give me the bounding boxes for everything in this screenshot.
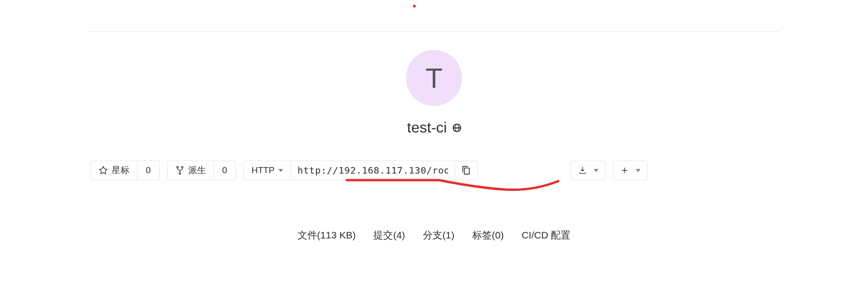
- protocol-label: HTTP: [251, 165, 275, 175]
- project-avatar: T: [406, 50, 462, 106]
- clone-group: HTTP: [243, 161, 478, 180]
- stat-files[interactable]: 文件(113 KB): [298, 229, 356, 242]
- project-header: T test-ci: [0, 50, 868, 136]
- copy-url-button[interactable]: [455, 161, 478, 180]
- add-group: [613, 161, 647, 180]
- fork-button[interactable]: 派生: [167, 161, 214, 180]
- stats-row: 文件(113 KB) 提交(4) 分支(1) 标签(0) CI/CD 配置: [0, 229, 868, 242]
- fork-group: 派生 0: [167, 161, 236, 180]
- stat-branches[interactable]: 分支(1): [423, 229, 455, 242]
- chevron-down-icon: [594, 169, 598, 172]
- fork-count[interactable]: 0: [214, 161, 236, 180]
- download-icon: [578, 166, 587, 175]
- download-button[interactable]: [571, 161, 605, 180]
- visibility-icon-wrap: [453, 124, 461, 132]
- right-toolbar: [571, 161, 647, 180]
- main-toolbar: 星标 0 派生 0 HTTP: [91, 161, 478, 180]
- chevron-down-icon: [636, 169, 640, 172]
- project-name: test-ci: [407, 119, 447, 136]
- star-button[interactable]: 星标: [91, 161, 137, 180]
- annotation-dot: [413, 5, 416, 7]
- stat-commits[interactable]: 提交(4): [373, 229, 405, 242]
- globe-icon: [453, 124, 461, 132]
- svg-point-1: [181, 167, 183, 168]
- clone-url-input[interactable]: [291, 161, 455, 180]
- add-button[interactable]: [613, 161, 647, 180]
- avatar-letter: T: [426, 62, 443, 94]
- star-label: 星标: [112, 164, 129, 176]
- top-divider: [89, 31, 779, 32]
- download-group: [571, 161, 605, 180]
- fork-icon: [175, 166, 185, 175]
- plus-icon: [620, 166, 629, 175]
- protocol-dropdown[interactable]: HTTP: [243, 161, 291, 180]
- project-name-row: test-ci: [407, 119, 461, 136]
- star-count[interactable]: 0: [137, 161, 160, 180]
- copy-icon: [462, 166, 471, 175]
- chevron-down-icon: [278, 169, 283, 172]
- star-icon: [99, 166, 108, 175]
- star-group: 星标 0: [91, 161, 160, 180]
- red-annotation-underline: [346, 178, 561, 197]
- stat-tags[interactable]: 标签(0): [472, 229, 504, 242]
- fork-label: 派生: [188, 164, 206, 176]
- stat-cicd[interactable]: CI/CD 配置: [521, 229, 570, 242]
- svg-point-0: [177, 167, 178, 168]
- svg-point-2: [179, 173, 181, 175]
